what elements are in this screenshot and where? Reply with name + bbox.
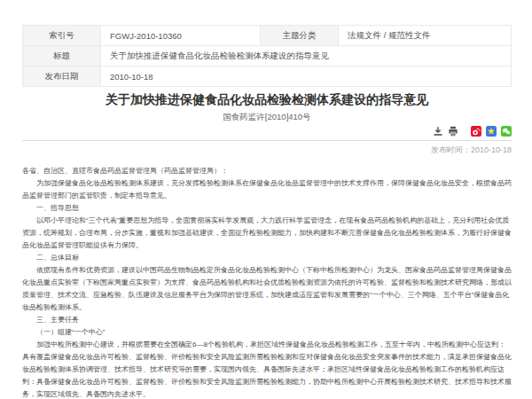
salutation: 各省、自治区、直辖市食品药品监督管理局（药品监督管理局）： [22, 165, 512, 177]
wechat-share-icon[interactable] [501, 126, 512, 137]
document-meta-table: 索引号 FGWJ-2010-10360 主题分类 法规文件 / 规范性文件 标题… [22, 25, 512, 87]
meta-label-index-number: 索引号 [23, 26, 101, 46]
download-icon[interactable] [433, 126, 443, 137]
page-title: 关于加快推进保健食品化妆品检验检测体系建设的指导意见 [22, 91, 512, 107]
publish-time: 发布时间：2010-10-18 [22, 145, 512, 156]
paragraph-overall-goal: 依据现有条件和优势资源，建设以中国药品生物制品检定所食品化妆品检验检测中心（下称… [22, 264, 512, 314]
meta-label-publish-date: 发布日期 [23, 66, 101, 87]
qzone-share-icon[interactable] [486, 126, 497, 137]
section-heading-1: 一、指导思想 [22, 202, 512, 215]
subsection-heading-3-1: （一）组建“一个中心” [22, 326, 512, 339]
meta-value-subject-category: 法规文件 / 规范性文件 [339, 26, 512, 46]
meta-label-title: 标题 [23, 46, 101, 66]
meta-value-publish-date: 2010-10-18 [101, 66, 512, 87]
document-number: 国食药监许[2010]410号 [22, 112, 512, 123]
paragraph-preamble: 为加强保健食品化妆品检验检测体系建设，充分发挥检验检测体系在保健食品化妆品监督管… [22, 177, 512, 202]
meta-label-subject-category: 主题分类 [261, 26, 339, 46]
meta-value-title: 关于加快推进保健食品化妆品检验检测体系建设的指导意见 [101, 46, 512, 66]
section-heading-3: 三、主要任务 [22, 314, 512, 326]
meta-value-index-number: FGWJ-2010-10360 [101, 26, 261, 46]
paragraph-guiding-ideology: 以邓小平理论和“三个代表”重要思想为指导，全面贯彻落实科学发展观，大力践行科学监… [22, 215, 512, 252]
print-icon[interactable] [448, 126, 458, 137]
section-heading-2: 二、总体目标 [22, 252, 512, 264]
meta-row-index: 索引号 FGWJ-2010-10360 主题分类 法规文件 / 规范性文件 [23, 26, 512, 46]
document-page: 索引号 FGWJ-2010-10360 主题分类 法规文件 / 规范性文件 标题… [0, 0, 532, 399]
article-body: 各省、自治区、直辖市食品药品监督管理局（药品监督管理局）： 为加强保健食品化妆品… [22, 165, 512, 399]
weibo-share-icon[interactable] [471, 126, 481, 137]
meta-row-publish-date: 发布日期 2010-10-18 [23, 66, 512, 87]
meta-row-title: 标题 关于加快推进保健食品化妆品检验检测体系建设的指导意见 [23, 46, 512, 66]
paragraph-one-center: 加强中检所检测中心建设，并根据需要在全国确定6—8个检验机构，承担区域性保健食品… [22, 339, 512, 399]
article-toolbar [22, 126, 512, 141]
